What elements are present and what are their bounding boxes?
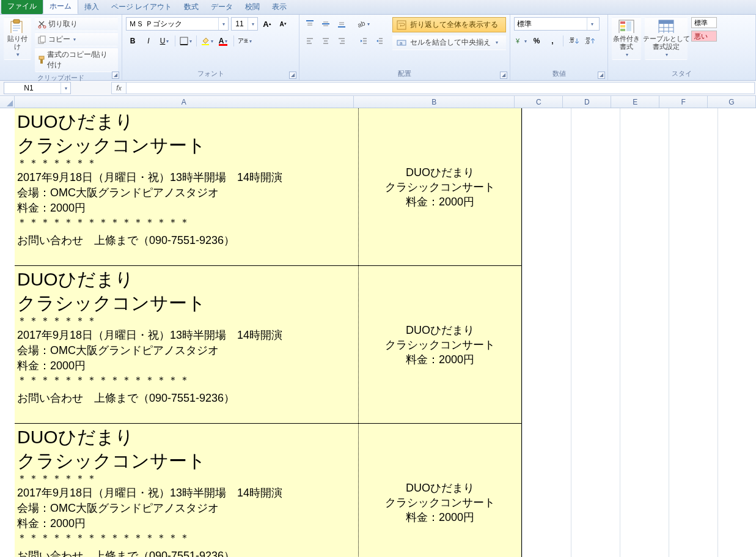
ticket-stars: ＊＊＊＊＊＊＊ [17, 157, 356, 170]
ticket-stars: ＊＊＊＊＊＊＊ [17, 473, 356, 485]
ticket-left: DUOひだまりクラシックコンサート＊＊＊＊＊＊＊2017年9月18日（月曜日・祝… [15, 266, 359, 423]
dialog-expand-clipboard[interactable]: ◢ [112, 72, 119, 79]
ticket-side-title: DUOひだまり [406, 165, 474, 180]
dialog-expand-alignment[interactable]: ◢ [500, 72, 507, 79]
copy-label: コピー [48, 34, 70, 45]
ticket-contact: お問い合わせ 上條まで（090-7551-9236） [17, 391, 356, 406]
svg-rect-1 [13, 20, 20, 23]
tab-pagelayout[interactable]: ページ レイアウト [105, 0, 178, 14]
ticket-block[interactable]: DUOひだまりクラシックコンサート＊＊＊＊＊＊＊2017年9月18日（月曜日・祝… [15, 424, 522, 557]
font-size-input[interactable] [232, 18, 248, 30]
align-center-button[interactable] [319, 34, 332, 48]
italic-button[interactable]: I [142, 34, 155, 48]
col-header-F[interactable]: F [659, 96, 708, 108]
group-label-styles: スタイ [612, 68, 752, 79]
tab-data[interactable]: データ [205, 0, 239, 14]
col-header-D[interactable]: D [563, 96, 611, 108]
tab-home[interactable]: ホーム [43, 0, 78, 14]
merge-label: セルを結合して中央揃え [410, 37, 491, 48]
col-header-B[interactable]: B [354, 96, 515, 108]
conditional-format-button[interactable]: 条件付き 書式▾ [612, 17, 641, 60]
increase-indent-button[interactable] [373, 34, 386, 48]
font-color-bar-icon [219, 44, 227, 46]
chevron-down-icon[interactable]: ▾ [218, 18, 228, 30]
ticket-price: 料金：2000円 [17, 516, 356, 531]
format-painter-button[interactable]: 書式のコピー/貼り付け [35, 48, 119, 72]
col-header-G[interactable]: G [708, 96, 756, 108]
select-all-corner[interactable] [0, 96, 15, 108]
align-middle-button[interactable] [319, 17, 332, 31]
comma-button[interactable]: , [546, 34, 559, 48]
col-header-A[interactable]: A [15, 96, 354, 108]
ticket-venue: 会場：OMC大阪グランドピアノスタジオ [17, 343, 356, 358]
chevron-down-icon[interactable]: ▾ [248, 18, 257, 30]
copy-button[interactable]: コピー▾ [35, 32, 119, 46]
group-font: ▾ ▾ A▴ A▾ B I U▾ ▾ ▾ A▾ ア亜▾ [122, 15, 299, 80]
tab-formulas[interactable]: 数式 [178, 0, 205, 14]
style-bad[interactable]: 悪い [691, 31, 717, 42]
ticket-datetime: 2017年9月18日（月曜日・祝）13時半開場 14時開演 [17, 485, 356, 501]
style-normal[interactable]: 標準 [691, 17, 717, 28]
dialog-expand-font[interactable]: ◢ [289, 72, 296, 79]
fill-color-button[interactable]: ▾ [200, 34, 214, 48]
border-button[interactable]: ▾ [179, 34, 193, 48]
paste-button[interactable]: 貼り付け ▼ [4, 17, 31, 60]
tab-file[interactable]: ファイル [1, 0, 43, 14]
group-number: ▾ ¥▾ % , .0.00 .00.0 数値 ◢ [510, 15, 608, 80]
ticket-right: DUOひだまりクラシックコンサート料金：2000円 [359, 266, 522, 423]
increase-decimal-button[interactable]: .0.00 [567, 34, 581, 48]
ticket-right: DUOひだまりクラシックコンサート料金：2000円 [359, 108, 522, 265]
paste-label: 貼り付け [7, 35, 28, 50]
cut-button[interactable]: 切り取り [35, 17, 119, 31]
ticket-right: DUOひだまりクラシックコンサート料金：2000円 [359, 424, 522, 557]
ticket-venue: 会場：OMC大阪グランドピアノスタジオ [17, 501, 356, 516]
align-right-button[interactable] [335, 34, 348, 48]
number-format-combo[interactable]: ▾ [514, 17, 600, 31]
dialog-expand-number[interactable]: ◢ [598, 72, 605, 79]
tab-view[interactable]: 表示 [266, 0, 293, 14]
group-label-alignment: 配置 [303, 68, 506, 79]
underline-button[interactable]: U▾ [158, 34, 171, 48]
shrink-font-button[interactable]: A▾ [276, 17, 290, 31]
font-name-input[interactable] [127, 18, 218, 30]
col-header-E[interactable]: E [611, 96, 659, 108]
ticket-title: DUOひだまり [17, 109, 356, 133]
font-color-button[interactable]: A▾ [216, 34, 230, 48]
ticket-side-price: 料金：2000円 [406, 194, 474, 209]
wrap-text-button[interactable]: 折り返して全体を表示する [392, 17, 506, 32]
align-left-button[interactable] [303, 34, 317, 48]
col-header-C[interactable]: C [515, 96, 563, 108]
chevron-down-icon: ▼ [15, 52, 20, 58]
bold-button[interactable]: B [126, 34, 139, 48]
formula-input[interactable] [126, 82, 755, 94]
ticket-block[interactable]: DUOひだまりクラシックコンサート＊＊＊＊＊＊＊2017年9月18日（月曜日・祝… [15, 108, 522, 266]
orientation-button[interactable]: ab▾ [357, 17, 370, 31]
font-size-combo[interactable]: ▾ [231, 17, 258, 31]
name-box[interactable]: ▾ [4, 82, 71, 94]
chevron-down-icon[interactable]: ▾ [587, 18, 596, 30]
font-name-combo[interactable]: ▾ [126, 17, 229, 31]
number-format-input[interactable] [515, 18, 587, 30]
format-as-table-button[interactable]: テーブルとして 書式設定▾ [645, 17, 688, 60]
wrap-icon [397, 20, 406, 30]
ticket-stars2: ＊＊＊＊＊＊＊＊＊＊＊＊＊＊＊ [17, 374, 356, 387]
svg-text:.0: .0 [585, 39, 590, 45]
decrease-decimal-button[interactable]: .00.0 [583, 34, 596, 48]
ticket-block[interactable]: DUOひだまりクラシックコンサート＊＊＊＊＊＊＊2017年9月18日（月曜日・祝… [15, 266, 522, 424]
cond-label: 条件付き 書式 [613, 35, 640, 50]
accounting-format-button[interactable]: ¥▾ [514, 34, 527, 48]
tab-review[interactable]: 校閲 [239, 0, 266, 14]
grow-font-button[interactable]: A▴ [260, 17, 274, 31]
tab-insert[interactable]: 挿入 [78, 0, 105, 14]
merge-center-button[interactable]: a セルを結合して中央揃え▾ [392, 35, 506, 50]
format-painter-icon [38, 56, 46, 64]
percent-button[interactable]: % [530, 34, 543, 48]
align-bottom-button[interactable] [335, 17, 348, 31]
name-box-input[interactable] [4, 84, 53, 92]
align-top-button[interactable] [303, 17, 317, 31]
ticket-price: 料金：2000円 [17, 201, 356, 216]
chevron-down-icon[interactable]: ▾ [61, 83, 70, 94]
fx-button[interactable]: fx [111, 82, 126, 94]
decrease-indent-button[interactable] [357, 34, 370, 48]
phonetic-button[interactable]: ア亜▾ [238, 34, 251, 48]
